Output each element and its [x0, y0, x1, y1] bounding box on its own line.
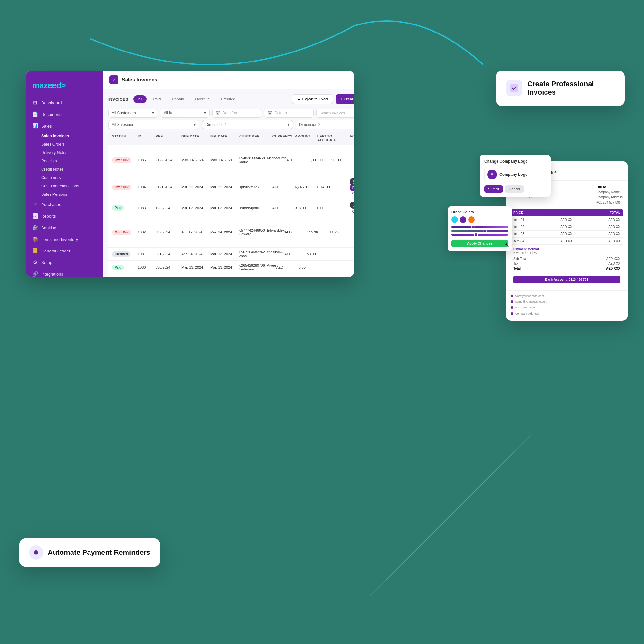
create-invoices-title: Create Professional Invoices [527, 80, 614, 97]
sidebar-sub-receipts[interactable]: Receipts [26, 157, 103, 165]
date-from-filter[interactable]: 📅 Date from [212, 109, 261, 118]
tab-all[interactable]: All [133, 95, 147, 103]
sidebar-item-dashboard[interactable]: ⊞ Dashboard [26, 97, 103, 109]
sidebar-item-documents[interactable]: 📄 Documents [26, 109, 103, 120]
dimension1-filter[interactable]: Dimension 1 ▾ [202, 120, 293, 129]
dot-icon [511, 295, 513, 297]
col-id: ID [138, 134, 156, 142]
row-customer: 6265426280706_Arvee Ledesma [239, 263, 276, 271]
sidebar-item-purchases[interactable]: 🛒 Purchases [26, 199, 103, 210]
sidebar-item-reports[interactable]: 📈 Reports [26, 210, 103, 222]
tab-overdue[interactable]: Overdue [191, 95, 214, 103]
item-name: Item-03 [513, 232, 524, 236]
item-price: AED XX [560, 225, 572, 229]
bank-account-info: Bank Account: 0123 456 789 [513, 276, 620, 283]
sidebar-item-integrations[interactable]: 🔗 Integrations [26, 268, 103, 277]
salesmen-filter-value: All Salesmen [112, 122, 134, 127]
sidebar-item-setup[interactable]: ⚙ Setup [26, 257, 103, 268]
cursor-icon: ↖ [505, 241, 509, 249]
slider-thumb[interactable] [474, 233, 478, 237]
svg-line-3 [370, 467, 499, 596]
logo-circle: M [487, 170, 497, 179]
row-ref: 2121/2024 [156, 185, 181, 189]
col-amount: AMOUNT [295, 134, 317, 142]
sidebar-sub-credit-notes[interactable]: Credit Notes [26, 165, 103, 174]
customers-filter[interactable]: All Customers ▾ [108, 109, 157, 118]
row-amount: 115.90 [307, 230, 330, 234]
popup-submit-button[interactable]: Sumbit [484, 185, 503, 193]
record-payment-button[interactable]: Record Payment [350, 185, 354, 191]
slider-thumb[interactable] [471, 225, 475, 229]
menu-icon[interactable]: ⋮ [350, 202, 354, 209]
export-excel-button[interactable]: ☁ Export to Excel [292, 94, 333, 104]
row-due-date: Apr. 04, 2024 [181, 252, 210, 256]
date-to-filter[interactable]: 📅 Date to [264, 109, 313, 118]
sidebar-item-label: Purchases [41, 202, 61, 207]
row-id: 1085 [138, 158, 156, 162]
sidebar-sub-delivery-notes[interactable]: Delivery Notes [26, 148, 103, 157]
footer-email: name@yourwebsite.com [511, 299, 623, 304]
sidebar-sub-sales-orders[interactable]: Sales Orders [26, 140, 103, 148]
row-due-date: Mar. 22, 2024 [181, 185, 210, 189]
row-due-date: Mar. 03, 2024 [181, 206, 210, 210]
color-swatch-orange[interactable] [468, 216, 475, 223]
sidebar-item-general-ledger[interactable]: 📒 General Ledger [26, 245, 103, 257]
table-row: Credited 1081 031/2024 Apr. 04, 2024 Mar… [108, 248, 354, 261]
popup-buttons: Sumbit Cancel [484, 185, 546, 193]
sidebar-item-banking[interactable]: 🏦 Banking [26, 222, 103, 233]
dashboard-icon: ⊞ [32, 100, 38, 106]
apply-changes-button[interactable]: Apply Changes [451, 240, 508, 247]
logo-display: M Company Logo [484, 167, 546, 182]
sidebar-sub-customers[interactable]: Customers [26, 174, 103, 182]
row-id: 1082 [138, 230, 156, 234]
total-row: Total AED XXX [513, 266, 620, 271]
table-row: Over Due 1085 2122/2024 May. 14, 2024 Ma… [108, 145, 354, 175]
svg-rect-4 [510, 84, 518, 92]
tab-paid[interactable]: Paid [148, 95, 165, 103]
back-button[interactable]: ‹ [109, 75, 118, 84]
main-content: ‹ Sales Invoices INVOICES All Paid Unpai… [103, 71, 354, 277]
row-amount: 53.90 [307, 252, 329, 256]
dimension2-filter[interactable]: Dimension 2 ▾ [296, 120, 354, 129]
row-ref: 2122/2024 [156, 158, 181, 162]
sidebar-item-items-inventory[interactable]: 📦 Items and Inventory [26, 233, 103, 245]
color-swatch-teal[interactable] [451, 216, 458, 223]
credit-this-button[interactable]: Credit this [350, 191, 354, 196]
sidebar-item-label: Items and Inventory [41, 237, 78, 242]
item-price: AED XX [560, 232, 572, 236]
chevron-down-icon: ▾ [204, 111, 206, 115]
create-invoice-button[interactable]: + Create Invoice [336, 94, 354, 104]
dot-icon [511, 306, 513, 309]
item-name: Item-01 [513, 218, 524, 222]
sidebar-sub-customer-allocations[interactable]: Customer Allocations [26, 182, 103, 190]
sidebar-item-sales[interactable]: 📊 Sales [26, 120, 103, 132]
reports-icon: 📈 [32, 213, 38, 219]
sidebar-sub-sales-invoices[interactable]: Sales Invoices [26, 132, 103, 140]
row-currency: AED [276, 265, 298, 269]
filter-row-1: All Customers ▾ All Items ▾ 📅 Date from … [108, 109, 354, 118]
credit-this-button[interactable]: Credit this [350, 209, 354, 214]
tab-credited[interactable]: Credited [216, 95, 240, 103]
row-customer: 6548383334658_Marioacumb Mario [239, 156, 286, 164]
col-total: TOTAL [610, 211, 620, 214]
popup-cancel-button[interactable]: Cancel [505, 185, 524, 193]
table-row: Over Due 1082 032/2024 Apr. 17, 2024 Mar… [108, 217, 354, 248]
menu-icon[interactable]: ⋮ [350, 178, 354, 185]
row-actions: ⋮ Record Payment Credit this [350, 178, 354, 196]
items-filter[interactable]: All Items ▾ [160, 109, 209, 118]
sidebar-sub-sales-persons[interactable]: Sales Persons [26, 190, 103, 199]
slider-thumb[interactable] [483, 229, 487, 233]
color-swatch-purple[interactable] [460, 216, 466, 223]
row-ref: 031/2024 [156, 252, 181, 256]
search-invoices-box[interactable]: Search Invoices 🔍 [316, 109, 354, 118]
tab-unpaid[interactable]: Unpaid [167, 95, 189, 103]
create-invoices-text: Create Professional Invoices [527, 80, 614, 97]
sales-invoices-card: mazeed> ⊞ Dashboard 📄 Documents 📊 Sales … [26, 71, 354, 277]
row-customer: 6556559671554_sandragH2 sandra [239, 277, 284, 277]
bill-to-lines: Company NameCompany Address+01 234 567 8… [596, 190, 623, 205]
footer-website: www.yourwebsite.com [511, 293, 623, 298]
row-left: 6,745.00 [317, 185, 350, 189]
salesmen-filter[interactable]: All Salesmen ▾ [108, 120, 199, 129]
item-price: AED XX [560, 239, 572, 243]
row-due-date: Mar. 13, 2024 [181, 265, 210, 269]
